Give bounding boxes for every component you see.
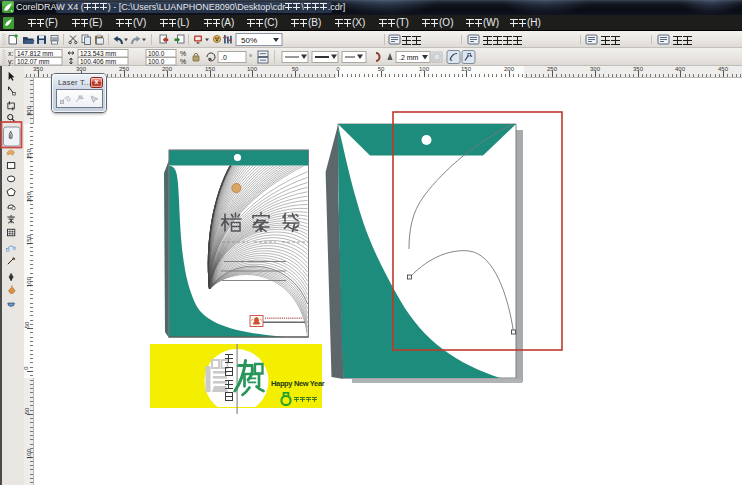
svg-text:x:: x:: [8, 50, 14, 57]
svg-text:.2 mm: .2 mm: [399, 54, 419, 61]
svg-text:147.812 mm: 147.812 mm: [17, 50, 53, 57]
svg-text:.0: .0: [221, 54, 227, 61]
svg-text:123.543 mm: 123.543 mm: [80, 50, 116, 57]
svg-text:100.406 mm: 100.406 mm: [80, 58, 116, 65]
svg-text:y:: y:: [8, 58, 14, 66]
svg-text:°: °: [249, 53, 252, 62]
svg-text:100.0: 100.0: [148, 58, 165, 65]
svg-text:%: %: [180, 50, 186, 57]
svg-text:%: %: [180, 58, 186, 65]
svg-text:102.07 mm: 102.07 mm: [17, 58, 50, 65]
svg-text:100.0: 100.0: [148, 50, 165, 57]
